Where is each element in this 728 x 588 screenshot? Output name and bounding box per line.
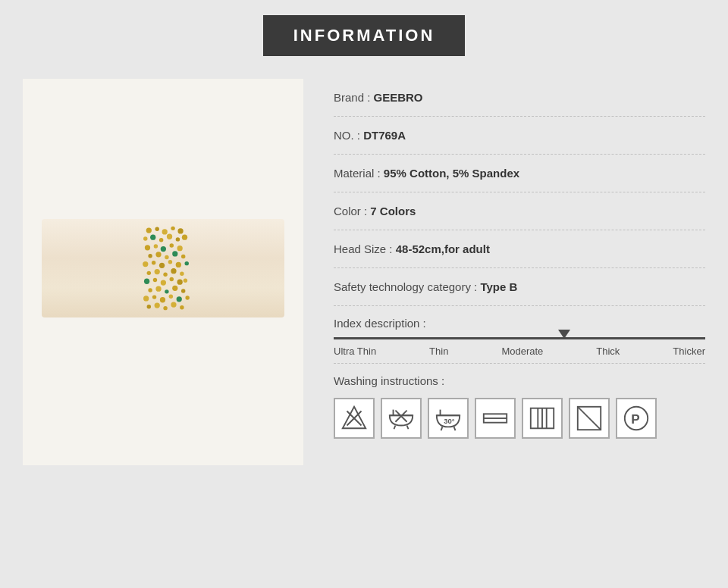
svg-point-11	[145, 245, 150, 250]
color-label: Color :	[334, 205, 370, 217]
washing-section: Washing instructions :	[334, 363, 705, 449]
svg-point-28	[155, 269, 160, 274]
safety-value: Type B	[480, 280, 517, 293]
head-size-value: 48-52cm,for adult	[396, 242, 490, 255]
page-title: INFORMATION	[263, 15, 466, 56]
washing-icons: 30°	[334, 398, 705, 439]
svg-line-59	[394, 426, 396, 430]
svg-point-45	[160, 297, 165, 302]
headband-decoration	[136, 219, 190, 317]
main-content: Brand : GEEBRO NO. : DT769A Material : 9…	[23, 79, 705, 465]
wash-icon-flat-dry	[475, 398, 516, 439]
svg-point-4	[177, 228, 183, 233]
svg-point-37	[184, 279, 187, 283]
headband-visual	[42, 219, 284, 325]
svg-point-41	[172, 286, 177, 291]
svg-point-40	[165, 289, 168, 293]
svg-point-6	[150, 235, 155, 240]
svg-point-43	[143, 296, 149, 301]
index-title: Index description :	[334, 317, 705, 330]
svg-point-39	[155, 286, 161, 292]
wash-icon-no-bleach	[334, 398, 375, 439]
safety-row: Safety technology category : Type B	[334, 268, 705, 306]
head-size-label: Head Size :	[334, 242, 396, 255]
svg-point-30	[171, 268, 176, 274]
svg-point-21	[143, 261, 148, 267]
svg-point-18	[165, 255, 168, 259]
wash-icon-no-wash	[381, 398, 422, 439]
svg-line-60	[407, 426, 409, 430]
material-label: Material :	[334, 167, 384, 180]
index-label-thick: Thick	[596, 346, 620, 357]
index-label-thin: Thin	[429, 346, 448, 357]
wash-icon-tumble-dry	[522, 398, 563, 439]
svg-point-29	[163, 272, 167, 276]
svg-point-47	[177, 296, 182, 302]
svg-point-31	[180, 272, 184, 276]
svg-line-65	[441, 427, 443, 430]
wash-icon-wash-30: 30°	[428, 398, 469, 439]
brand-value: GEEBRO	[374, 91, 423, 104]
svg-point-19	[172, 251, 177, 256]
brand-row: Brand : GEEBRO	[334, 79, 705, 117]
svg-point-0	[146, 227, 152, 233]
index-bar	[334, 337, 705, 339]
svg-point-34	[161, 280, 166, 285]
svg-line-75	[578, 407, 601, 430]
svg-point-7	[159, 238, 163, 242]
head-size-row: Head Size : 48-52cm,for adult	[334, 230, 705, 268]
svg-point-25	[176, 262, 181, 267]
svg-point-49	[147, 305, 151, 308]
svg-point-12	[154, 244, 158, 248]
svg-point-26	[185, 261, 189, 265]
svg-point-44	[152, 295, 156, 299]
svg-point-3	[171, 227, 174, 230]
svg-point-48	[185, 296, 189, 299]
svg-point-35	[170, 277, 174, 281]
material-value: 95% Cotton, 5% Spandex	[384, 167, 519, 180]
svg-line-66	[454, 427, 456, 430]
washing-title: Washing instructions :	[334, 374, 705, 387]
index-bar-container	[334, 337, 705, 339]
svg-point-17	[155, 252, 161, 257]
index-marker	[558, 330, 570, 339]
svg-point-13	[161, 246, 166, 252]
svg-point-22	[152, 261, 155, 264]
svg-point-27	[147, 271, 151, 275]
svg-point-1	[155, 227, 158, 231]
svg-point-24	[168, 260, 172, 264]
index-label-thicker: Thicker	[673, 346, 705, 357]
svg-point-46	[169, 294, 173, 298]
svg-text:P: P	[631, 412, 639, 427]
svg-point-5	[143, 236, 147, 240]
no-label: NO. :	[334, 129, 363, 142]
svg-point-16	[148, 254, 152, 258]
svg-point-8	[167, 234, 172, 239]
product-image	[23, 79, 303, 465]
no-value: DT769A	[363, 129, 406, 142]
svg-point-38	[148, 288, 152, 292]
color-value: 7 Colors	[370, 205, 416, 217]
index-section: Index description : Ultra Thin Thin Mode…	[334, 306, 705, 363]
svg-text:30°: 30°	[444, 417, 455, 425]
svg-point-36	[177, 280, 183, 285]
svg-point-20	[181, 255, 185, 258]
svg-point-52	[171, 302, 176, 307]
info-panel: Brand : GEEBRO NO. : DT769A Material : 9…	[334, 79, 705, 449]
color-row: Color : 7 Colors	[334, 192, 705, 230]
safety-label: Safety technology category :	[334, 280, 480, 293]
svg-point-15	[177, 246, 183, 251]
index-label-ultra-thin: Ultra Thin	[334, 346, 376, 357]
svg-point-23	[159, 263, 165, 268]
svg-point-14	[170, 243, 174, 247]
svg-point-33	[153, 278, 157, 282]
svg-point-32	[144, 279, 149, 284]
svg-point-2	[162, 229, 168, 234]
svg-point-50	[155, 302, 160, 308]
brand-label: Brand :	[334, 91, 374, 104]
svg-point-10	[182, 235, 187, 240]
material-row: Material : 95% Cotton, 5% Spandex	[334, 155, 705, 192]
svg-point-51	[163, 306, 167, 310]
index-labels: Ultra Thin Thin Moderate Thick Thicker	[334, 346, 705, 357]
svg-point-53	[180, 305, 184, 309]
